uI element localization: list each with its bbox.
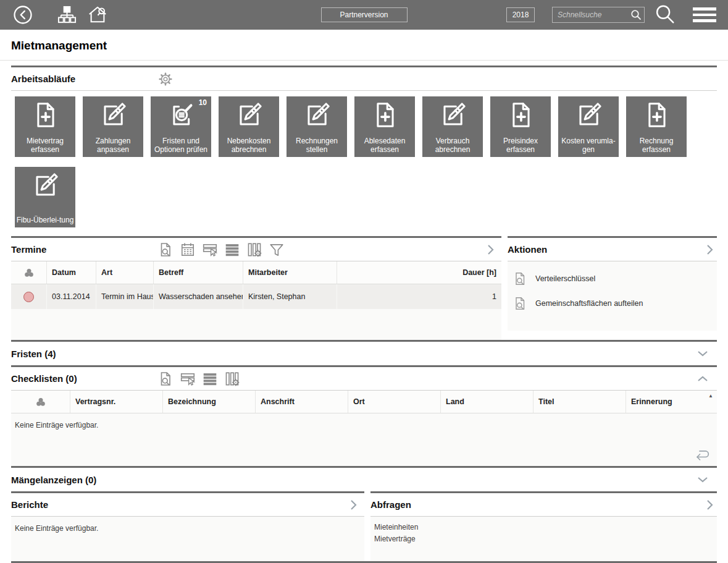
back-icon[interactable] (12, 4, 33, 25)
status-cell (11, 284, 46, 309)
search-icon[interactable] (630, 9, 642, 20)
abfrage-mietvertraege[interactable]: Mietverträge (374, 533, 717, 545)
sort-ascending-indicator[interactable]: ▲ (708, 393, 713, 399)
document-search-icon (513, 296, 527, 311)
preview-icon[interactable] (157, 371, 174, 387)
status-red-dot (23, 292, 34, 302)
aktionen-header: Aktionen (508, 238, 717, 261)
gear-icon[interactable] (157, 71, 174, 87)
termine-panel: Termine (11, 236, 501, 340)
workflow-tile-rechnung-erfassen[interactable]: Rechnung erfassen (626, 96, 687, 157)
berichte-header: Berichte (11, 493, 364, 517)
workflow-tile-kosten-verumlagen[interactable]: Kosten verumla-gen (558, 96, 619, 157)
document-add-icon (642, 101, 671, 129)
workflow-tile-rechnungen-stellen[interactable]: Rechnungen stellen (287, 96, 347, 157)
preview-icon[interactable] (157, 242, 174, 258)
column-header-datum[interactable]: Datum (46, 261, 96, 284)
edit-icon (303, 101, 331, 129)
berichte-empty-text: Keine Einträge verfügbar. (11, 517, 364, 533)
column-header-land[interactable]: Land (440, 391, 533, 413)
maengelanzeigen-header[interactable]: Mängelanzeigen (0) (11, 468, 717, 491)
list-icon[interactable] (224, 242, 240, 258)
tile-label: Preisindex erfassen (492, 137, 550, 154)
workflow-tile-fristen-optionen-pruefen[interactable]: 10 Fristen und Optionen prüfen (151, 96, 211, 157)
column-header-dauer[interactable]: Dauer [h] (337, 261, 501, 284)
workflow-tiles: Mietvertrag erfassen Zahlungen anpassen … (11, 91, 717, 236)
column-header-anschrift[interactable]: Anschrift (255, 391, 348, 413)
column-header-art[interactable]: Art (96, 261, 153, 284)
fristen-collapse-chevron[interactable] (697, 350, 708, 357)
maengelanzeigen-section: Mängelanzeigen (0) (11, 466, 717, 491)
column-header-ort[interactable]: Ort (348, 391, 440, 413)
checklisten-body: Keine Einträge verfügbar. (11, 413, 717, 466)
abfragen-expand-chevron[interactable] (706, 499, 713, 510)
org-chart-icon[interactable] (57, 5, 77, 25)
aktion-verteilerschluessel[interactable]: Verteilerschlüssel (510, 266, 717, 291)
workflow-tile-preisindex-erfassen[interactable]: Preisindex erfassen (490, 96, 551, 157)
workflow-tile-zahlungen-anpassen[interactable]: Zahlungen anpassen (83, 96, 143, 157)
tile-label: Rechnung erfassen (627, 137, 685, 154)
workflow-tile-mietvertrag-erfassen[interactable]: Mietvertrag erfassen (15, 96, 75, 157)
calendar-icon[interactable] (180, 242, 196, 258)
dauer-cell: 1 (337, 284, 501, 309)
column-header-vertragsnr[interactable]: Vertragsnr. (70, 391, 162, 413)
quick-search (552, 7, 645, 23)
tile-label: Nebenkosten abrechnen (220, 137, 278, 154)
checklisten-title: Checklisten (0) (11, 373, 157, 384)
menu-icon[interactable] (693, 7, 716, 22)
termine-toolbar (157, 242, 285, 258)
abfragen-list: Mieteinheiten Mietverträge (370, 517, 717, 561)
fristen-title: Fristen (4) (11, 349, 56, 359)
column-header-betreff[interactable]: Betreff (153, 261, 243, 284)
termine-header: Termine (11, 238, 501, 261)
tile-label: Mietvertrag erfassen (16, 137, 74, 154)
document-add-icon (506, 101, 535, 129)
termine-table-row[interactable]: 03.11.2014 Termin im Haus Wasserschaden … (11, 284, 501, 309)
checklisten-header: Checklisten (0) (11, 367, 717, 391)
columns-settings-icon[interactable] (246, 242, 262, 258)
checklisten-empty-text: Keine Einträge verfügbar. (11, 413, 717, 430)
aktionen-expand-chevron[interactable] (706, 244, 713, 255)
page-title-bar: Mietmanagement (0, 30, 728, 61)
select-rows-icon[interactable] (202, 242, 218, 258)
tile-label: Fristen und Optionen prüfen (152, 137, 210, 154)
termine-expand-chevron[interactable] (487, 244, 494, 255)
tile-label: Ablesedaten erfassen (356, 137, 414, 154)
maengelanzeigen-collapse-chevron[interactable] (697, 476, 708, 483)
abfrage-mieteinheiten[interactable]: Mieteinheiten (374, 522, 717, 533)
checklisten-collapse-chevron[interactable] (697, 376, 708, 382)
workflow-tile-verbrauch-abrechnen[interactable]: Verbrauch abrechnen (422, 96, 483, 157)
berichte-title: Berichte (11, 499, 48, 510)
workflow-tile-nebenkosten-abrechnen[interactable]: Nebenkosten abrechnen (219, 96, 279, 157)
aktion-label: Gemeinschaftsflächen aufteilen (535, 299, 643, 308)
advanced-search-icon[interactable] (653, 3, 677, 27)
berichte-expand-chevron[interactable] (349, 499, 357, 510)
topbar: Partnerversion 2018 (0, 0, 728, 30)
columns-settings-icon[interactable] (224, 371, 240, 387)
aktion-gemeinschaftsflaechen[interactable]: Gemeinschaftsflächen aufteilen (510, 291, 717, 316)
column-header-bezeichnung[interactable]: Bezeichnung (162, 391, 255, 413)
termine-aktionen-row: Termine (11, 236, 717, 340)
aktionen-panel: Aktionen Verteilerschlüssel (508, 236, 717, 331)
edit-icon (235, 101, 263, 129)
workflow-tile-ablesedaten-erfassen[interactable]: Ablesedaten erfassen (354, 96, 415, 157)
column-header-erinnerung[interactable]: Erinnerung (625, 391, 717, 413)
fristen-header[interactable]: Fristen (4) (11, 342, 717, 365)
workflow-tile-fibu-ueberleitung[interactable]: Fibu-Überlei-tung (15, 167, 75, 227)
select-rows-icon[interactable] (180, 371, 196, 387)
column-header-mitarbeiter[interactable]: Mitarbeiter (243, 261, 337, 284)
column-header-titel[interactable]: Titel (533, 391, 625, 413)
workflows-title: Arbeitsabläufe (11, 74, 157, 84)
partnerversion-button[interactable]: Partnerversion (321, 7, 408, 22)
year-button[interactable]: 2018 (506, 7, 535, 22)
home-search-icon[interactable] (87, 4, 108, 25)
status-column-header[interactable] (11, 391, 70, 413)
art-cell: Termin im Haus (96, 284, 153, 309)
workflows-header: Arbeitsabläufe (11, 67, 717, 91)
checklisten-section: Checklisten (0) (11, 365, 717, 466)
status-column-header[interactable] (11, 261, 46, 284)
filter-icon[interactable] (269, 242, 285, 258)
list-icon[interactable] (202, 371, 218, 387)
return-arrow-icon[interactable] (693, 447, 711, 461)
page-title: Mietmanagement (11, 39, 717, 53)
